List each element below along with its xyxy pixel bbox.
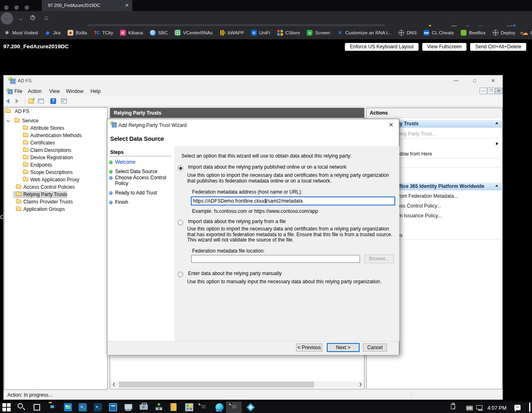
bookmarks-overflow-icon[interactable]: » [520, 29, 523, 36]
computer-icon[interactable] [124, 404, 132, 412]
edge-beta-icon[interactable] [215, 403, 224, 411]
scroll-right-icon[interactable]: ❯ [357, 381, 364, 388]
diamond-app-icon[interactable] [247, 403, 255, 411]
tab-close-icon[interactable]: ✕ [125, 2, 129, 8]
menu-help[interactable]: Help [91, 88, 101, 94]
tree-item[interactable]: Claims Provider Trusts [5, 199, 107, 205]
forward-button[interactable]: → [17, 15, 23, 22]
app-window-icon[interactable] [109, 403, 117, 411]
enforce-keyboard-button[interactable]: Enforce US Keyboard Layout [345, 43, 418, 51]
scroll-left-icon[interactable]: ❮ [111, 381, 117, 388]
bookmark-item[interactable]: VCenterRNAs [175, 30, 213, 36]
metadata-address-input[interactable]: https://ADFSDemo.frontline.cloud/saml2/m… [191, 197, 395, 205]
radio-enter-manually[interactable] [178, 272, 183, 277]
tree-item-relying-party-trusts[interactable]: Relying Party Trusts [5, 191, 107, 198]
export-list-icon[interactable] [28, 99, 34, 104]
tree-item[interactable]: Web Application Proxy [5, 176, 107, 183]
active-app-highlight[interactable] [226, 402, 242, 413]
bookmark-item[interactable]: CStore [277, 30, 300, 36]
toolbox-icon[interactable] [140, 404, 148, 410]
menu-window[interactable]: Window [66, 88, 84, 94]
bookmark-item[interactable]: SBC [150, 30, 168, 36]
tree-item-service[interactable]: Service [5, 117, 107, 124]
bookmark-item[interactable]: DNS [398, 30, 417, 36]
bookmark-item[interactable]: NWCL Cheats [423, 30, 454, 36]
browse-button[interactable]: Browse... [364, 255, 394, 263]
forward-icon[interactable] [16, 99, 19, 104]
child-minimize-icon[interactable]: — [480, 88, 487, 94]
bookmark-item[interactable]: KKibana [120, 30, 143, 36]
bookmark-item[interactable]: BeeBox [461, 30, 485, 36]
tree-item-adfs[interactable]: AD FS [5, 108, 107, 115]
next-button[interactable]: Next > [327, 343, 360, 352]
child-restore-icon[interactable]: ❐ [487, 88, 495, 94]
adfs-management-icon[interactable] [185, 403, 193, 411]
scrollbar-thumb[interactable] [119, 381, 314, 388]
powershell-icon[interactable]: >_ [79, 403, 87, 411]
powershell-ise-icon[interactable]: >_ [94, 403, 102, 411]
action-center-icon[interactable] [514, 405, 521, 410]
back-icon[interactable] [6, 99, 9, 104]
child-close-icon[interactable]: ✕ [495, 88, 503, 94]
tree-item[interactable]: Application Groups [5, 206, 107, 213]
bookmark-item[interactable]: UUniFi [251, 30, 270, 36]
bookmark-item[interactable]: Screen [307, 30, 330, 36]
radio-import-file-label[interactable]: Import data about the relying party from… [188, 219, 397, 225]
maximize-icon[interactable]: □ [471, 78, 478, 84]
radio-import-file[interactable] [178, 220, 183, 225]
tree-item[interactable]: Access Control Policies [5, 184, 107, 191]
server-manager-icon[interactable] [64, 403, 72, 411]
send-ctrl-alt-delete-button[interactable]: Send Ctrl+Alt+Delete [470, 43, 526, 51]
browser-tab[interactable]: 97.200_FedAzure2019DC ✕ [42, 0, 132, 11]
help-icon[interactable]: ? [50, 98, 56, 104]
radio-enter-manually-label[interactable]: Enter data about the relying party manua… [188, 271, 397, 277]
chevron-down-icon[interactable] [7, 119, 10, 122]
ad-users-icon[interactable] [155, 403, 163, 411]
bookmark-item[interactable]: Bzilla [68, 30, 87, 36]
dialog-close-icon[interactable]: ✕ [389, 122, 394, 128]
menu-action[interactable]: Action [28, 88, 41, 94]
vmware-tools-tray-icon[interactable]: vm [466, 406, 473, 411]
search-icon[interactable] [18, 403, 23, 408]
bookmark-item[interactable]: Cluru [522, 30, 532, 36]
menu-view[interactable]: View [49, 88, 60, 94]
home-button[interactable]: ⌂ [44, 14, 48, 21]
tree-item[interactable]: Certificates [5, 140, 107, 147]
mac-minimize-button[interactable] [14, 5, 19, 10]
network-tray-icon[interactable] [476, 405, 482, 409]
task-view-icon[interactable] [34, 404, 40, 411]
close-icon[interactable]: ✕ [489, 78, 497, 84]
bookmark-item[interactable]: Jira [45, 30, 61, 36]
tree-item[interactable]: Device Registration [5, 154, 107, 161]
back-button[interactable]: ← [1, 12, 13, 25]
metadata-file-input[interactable] [191, 255, 360, 263]
show-desktop-edge[interactable] [529, 403, 530, 412]
window-title-bar[interactable]: AD FS — □ ✕ [4, 75, 503, 86]
previous-button[interactable]: < Previous [296, 343, 322, 352]
console-tree-icon[interactable] [38, 99, 44, 104]
bookmark-item[interactable]: Customize an RNA t... [337, 30, 392, 36]
collapse-icon[interactable] [495, 122, 498, 124]
usb-tray-icon[interactable] [451, 404, 455, 409]
bookmark-item[interactable]: Deploy [493, 30, 516, 36]
bookmark-item[interactable]: Most Visited [4, 30, 38, 36]
radio-import-online-label[interactable]: Import data about the relying party publ… [188, 165, 397, 170]
cancel-button[interactable]: Cancel [363, 343, 387, 352]
menu-file[interactable]: File [14, 88, 22, 94]
mac-zoom-button[interactable] [25, 5, 29, 10]
bookmark-item[interactable]: bWAPP [220, 30, 244, 36]
bookmark-item[interactable]: TCity [94, 30, 113, 36]
start-button[interactable] [2, 403, 11, 411]
view-fullscreen-button[interactable]: View Fullscreen [422, 43, 466, 51]
action-pane-icon[interactable] [61, 99, 67, 104]
mac-close-button[interactable] [4, 5, 9, 10]
step-welcome[interactable]: Welcome [115, 160, 169, 165]
address-book-icon[interactable] [170, 403, 177, 411]
tree-item[interactable]: Attribute Stores [5, 125, 107, 132]
tree-item[interactable]: Authentication Methods [5, 132, 107, 139]
horizontal-scrollbar[interactable]: ❮ ❯ [111, 381, 364, 388]
collapse-icon[interactable] [495, 185, 498, 187]
tree-item[interactable]: Endpoints [5, 162, 107, 169]
taskbar-clock[interactable]: 4:07 PM [487, 405, 507, 411]
minimize-icon[interactable]: — [453, 78, 460, 84]
